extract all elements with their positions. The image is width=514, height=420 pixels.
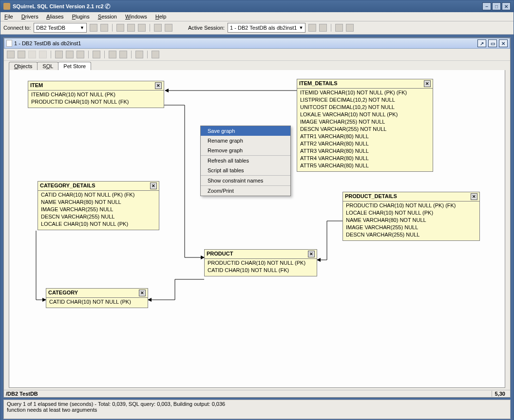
close-button[interactable]: ✕ [499,39,508,47]
close-icon[interactable]: ✕ [424,80,431,87]
close-icon[interactable]: ✕ [308,251,315,257]
table-title: ITEM_DETAILS [299,80,338,87]
status-path: /DB2 TestDB [6,391,38,397]
table-columns: PRODUCTID CHAR(10) NOT NULL (PK)CATID CH… [205,259,317,276]
minimize-button[interactable]: – [482,2,491,10]
session-titlebar: 1 - DB2 TestDB als db2inst1 ↗ ▭ ✕ [4,38,510,49]
menu-aliases[interactable]: Aliases [46,14,63,19]
menu-refresh-tables[interactable]: Refresh all tables [201,156,290,165]
table-product-details[interactable]: PRODUCT_DETAILS✕ PRODUCTID CHAR(10) NOT … [343,192,480,241]
close-icon[interactable]: ✕ [155,82,162,89]
toolbar-icon[interactable] [138,24,146,32]
session-window: 1 - DB2 TestDB als db2inst1 ↗ ▭ ✕ [3,37,511,398]
menu-windows[interactable]: Windows [125,14,147,19]
close-icon[interactable]: ✕ [471,193,477,200]
table-columns: CATID CHAR(10) NOT NULL (PK) [46,298,148,308]
table-title: CATEGORY [48,290,78,296]
toolbar-icon[interactable] [152,51,159,58]
table-title: ITEM [30,82,43,89]
toolbar-icon[interactable] [93,51,100,58]
table-item-details[interactable]: ITEM_DETAILS✕ ITEMID VARCHAR(10) NOT NUL… [297,79,433,172]
close-icon[interactable]: ✕ [150,183,157,189]
toolbar-icon[interactable] [154,24,162,32]
active-session-label: Active Session: [188,25,225,31]
session-title: 1 - DB2 TestDB als db2inst1 [14,40,81,46]
connect-label: Connect to: [3,25,31,31]
app-icon [3,3,10,10]
menu-drivers[interactable]: Drivers [21,14,38,19]
toolbar-icon[interactable] [90,24,97,32]
toolbar-icon[interactable] [76,51,84,58]
chevron-down-icon: ▼ [299,25,303,30]
titlebar: SQuirreL SQL Client Version 2.1 rc2 ✆ – … [0,0,514,12]
table-category-details[interactable]: CATEGORY_DETAILS✕ CATID CHAR(10) NOT NUL… [38,181,159,230]
table-item[interactable]: ITEM✕ ITEMID CHAR(10) NOT NULL (PK)PRODU… [28,81,164,108]
graph-context-menu: Save graph Rename graph Remove graph Ref… [200,126,291,196]
log-line: Query 1 of 1 elapsed time (seconds) - To… [7,401,507,407]
table-columns: PRODUCTID CHAR(10) NOT NULL (PK) (FK)LOC… [343,201,479,240]
connect-value: DB2 TestDB [36,25,65,31]
toolbar-icon[interactable] [135,51,143,58]
log-panel: Query 1 of 1 elapsed time (seconds) - To… [3,400,511,419]
main-toolbar: Connect to: DB2 TestDB ▼ Active Session:… [0,21,514,35]
menu-session[interactable]: Session [98,14,117,19]
table-columns: ITEMID VARCHAR(10) NOT NULL (PK) (FK)LIS… [297,89,433,171]
swirl-icon: ✆ [105,2,113,10]
menu-remove-graph[interactable]: Remove graph [201,146,290,155]
toolbar-icon[interactable] [116,24,124,32]
connect-combo[interactable]: DB2 TestDB ▼ [34,23,87,33]
table-columns: CATID CHAR(10) NOT NULL (PK) (FK)NAME VA… [38,191,159,230]
detach-button[interactable]: ↗ [477,39,486,47]
table-category[interactable]: CATEGORY✕ CATID CHAR(10) NOT NULL (PK) [46,288,148,308]
document-icon [6,40,12,47]
menu-file[interactable]: File [4,14,13,19]
close-icon[interactable]: ✕ [139,290,146,296]
toolbar-icon[interactable] [100,24,108,32]
session-statusbar: /DB2 TestDB 5,30 [4,390,510,397]
status-coord: 5,30 [492,391,508,397]
toolbar-icon[interactable] [109,51,116,58]
menu-show-constraints[interactable]: Show constraint names [201,176,290,185]
active-session-value: 1 - DB2 TestDB als db2inst1 [230,25,297,31]
table-product[interactable]: PRODUCT✕ PRODUCTID CHAR(10) NOT NULL (PK… [204,249,317,276]
toolbar-icon[interactable] [66,51,74,58]
mdi-desktop: 1 - DB2 TestDB als db2inst1 ↗ ▭ ✕ [0,35,514,420]
window-title: SQuirreL SQL Client Version 2.1 rc2 [13,3,104,9]
toolbar-icon[interactable] [18,51,25,58]
maximize-button[interactable]: ▭ [488,39,497,47]
menu-help[interactable]: Help [155,14,167,19]
menu-rename-graph[interactable]: Rename graph [201,136,290,146]
maximize-button[interactable]: □ [492,2,501,10]
toolbar-icon[interactable] [346,24,354,32]
toolbar-icon[interactable] [119,51,127,58]
table-title: CATEGORY_DETAILS [40,183,95,189]
graph-canvas[interactable]: ITEM✕ ITEMID CHAR(10) NOT NULL (PK)PRODU… [9,70,505,388]
table-title: PRODUCT [207,251,233,257]
log-line: function needs at least two arguments [7,407,507,413]
menu-save-graph[interactable]: Save graph [201,126,290,136]
table-title: PRODUCT_DETAILS [345,193,397,200]
tab-sql[interactable]: SQL [37,62,58,70]
toolbar-icon[interactable] [127,24,135,32]
toolbar-icon[interactable] [55,51,63,58]
menu-zoom-print[interactable]: Zoom/Print [201,186,290,196]
toolbar-icon[interactable] [319,24,327,32]
session-toolbar [4,49,510,61]
table-columns: ITEMID CHAR(10) NOT NULL (PK)PRODUCTID C… [28,91,164,108]
active-session-combo[interactable]: 1 - DB2 TestDB als db2inst1 ▼ [228,23,305,33]
chevron-down-icon: ▼ [80,25,84,30]
toolbar-icon[interactable] [308,24,316,32]
menu-plugins[interactable]: Plugins [72,14,90,19]
tab-objects[interactable]: Objects [9,62,38,70]
toolbar-icon[interactable] [7,51,15,58]
menubar: File Drivers Aliases Plugins Session Win… [0,12,514,21]
tab-petstore[interactable]: Pet Store [58,62,91,70]
toolbar-icon[interactable] [165,24,172,32]
toolbar-icon[interactable] [335,24,343,32]
toolbar-icon[interactable] [28,51,36,58]
session-tabs: Objects SQL Pet Store [4,61,510,70]
close-button[interactable]: ✕ [502,2,511,10]
menu-script-tables[interactable]: Script all tables [201,165,290,175]
toolbar-icon[interactable] [39,51,47,58]
